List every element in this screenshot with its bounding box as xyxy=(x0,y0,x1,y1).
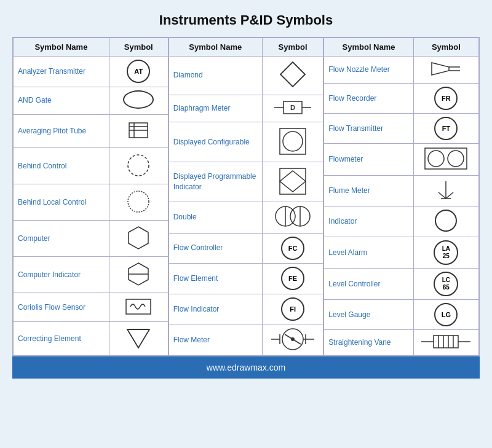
symbol-cell xyxy=(262,162,323,202)
table-row: Flow ControllerFC xyxy=(169,233,323,264)
table-row: Computer xyxy=(14,221,169,257)
table-3: Symbol Name Symbol Flow Nozzle MeterFlow… xyxy=(323,37,479,356)
symbol-cell xyxy=(262,202,323,233)
svg-marker-6 xyxy=(129,227,148,249)
symbol-name-cell: AND Gate xyxy=(14,87,109,114)
svg-rect-9 xyxy=(126,299,151,314)
table-row: Indicator xyxy=(324,206,479,237)
table-row: Flow RecorderFR xyxy=(324,84,479,114)
symbol-cell xyxy=(109,257,168,293)
table-row: Flow ElementFE xyxy=(169,264,323,294)
table-row: Coriolis Flow Sensor xyxy=(14,293,169,322)
symbol-name-cell: Behind Local Control xyxy=(14,184,109,221)
symbol-cell xyxy=(109,148,168,184)
table-row: Flow IndicatorFI xyxy=(169,294,323,324)
table-row: AND Gate xyxy=(14,87,169,114)
table-row: Level GaugeLG xyxy=(324,300,479,330)
symbol-name-cell: Averaging Pitot Tube xyxy=(14,114,109,148)
table-row: Level ControllerLC65 xyxy=(324,269,479,300)
symbol-name-cell: Flow Recorder xyxy=(324,84,413,114)
symbol-cell xyxy=(109,293,168,322)
table-row: Flume Meter xyxy=(324,176,479,206)
table-1: Symbol Name Symbol Analyzer TransmitterA… xyxy=(13,37,169,356)
page-title: Instruments P&ID Symbols xyxy=(159,12,333,28)
svg-point-27 xyxy=(291,337,295,341)
symbol-cell xyxy=(262,324,323,356)
svg-point-5 xyxy=(128,191,149,212)
svg-point-17 xyxy=(283,132,303,151)
symbol-cell xyxy=(109,221,168,257)
symbol-name-cell: Diaphragm Meter xyxy=(169,95,262,122)
svg-marker-19 xyxy=(280,171,306,192)
symbol-cell: D xyxy=(262,95,323,122)
table-row: Analyzer TransmitterAT xyxy=(14,57,169,87)
table-2: Symbol Name Symbol DiamondDiaphragm Mete… xyxy=(169,37,324,356)
table-row: Straightening Vane xyxy=(324,330,479,356)
table3-header-symbol: Symbol xyxy=(413,38,478,57)
symbol-cell: FT xyxy=(413,114,478,144)
symbol-name-cell: Coriolis Flow Sensor xyxy=(14,293,109,322)
svg-line-39 xyxy=(438,192,446,198)
svg-rect-34 xyxy=(425,148,467,169)
symbol-cell: FC xyxy=(262,233,323,264)
symbol-name-cell: Displayed Programmable Indicator xyxy=(169,162,262,202)
table-row: Displayed Programmable Indicator xyxy=(169,162,323,202)
symbol-name-cell: Indicator xyxy=(324,206,413,237)
table-row: Flow Meter xyxy=(169,324,323,356)
table1-header-name: Symbol Name xyxy=(14,38,109,57)
symbol-name-cell: Level Gauge xyxy=(324,300,413,330)
svg-point-35 xyxy=(428,151,444,167)
svg-point-4 xyxy=(128,155,149,176)
symbol-name-cell: Straightening Vane xyxy=(324,330,413,356)
symbol-name-cell: Level Alarm xyxy=(324,237,413,269)
symbol-cell xyxy=(413,206,478,237)
table-row: Diamond xyxy=(169,57,323,95)
symbol-name-cell: Displayed Configurable xyxy=(169,122,262,162)
symbol-cell xyxy=(109,322,168,356)
svg-rect-16 xyxy=(280,128,306,154)
symbol-cell xyxy=(109,184,168,221)
table-row: Flowmeter xyxy=(324,144,479,176)
symbol-cell: FI xyxy=(262,294,323,324)
symbol-name-cell: Flowmeter xyxy=(324,144,413,176)
table-row: Averaging Pitot Tube xyxy=(14,114,169,148)
symbol-cell xyxy=(262,57,323,95)
symbol-cell xyxy=(413,144,478,176)
symbol-cell xyxy=(109,114,168,148)
symbol-cell: LG xyxy=(413,300,478,330)
symbol-name-cell: Level Controller xyxy=(324,269,413,300)
svg-point-36 xyxy=(448,151,464,167)
table-row: Computer Indicator xyxy=(14,257,169,293)
svg-marker-10 xyxy=(127,329,149,348)
table-row: Correcting Element xyxy=(14,322,169,356)
symbol-cell xyxy=(413,330,478,356)
table-row: Double xyxy=(169,202,323,233)
table-row: Diaphragm MeterD xyxy=(169,95,323,122)
symbol-cell: FE xyxy=(262,264,323,294)
symbol-cell xyxy=(109,87,168,114)
symbol-name-cell: Flow Nozzle Meter xyxy=(324,57,413,84)
symbol-cell xyxy=(413,176,478,206)
footer: www.edrawmax.com xyxy=(12,356,480,379)
table-row: Flow Nozzle Meter xyxy=(324,57,479,84)
table-row: Flow TransmitterFT xyxy=(324,114,479,144)
symbol-name-cell: Flow Meter xyxy=(169,324,262,356)
tables-wrapper: Symbol Name Symbol Analyzer TransmitterA… xyxy=(12,37,480,356)
svg-rect-42 xyxy=(434,336,458,348)
symbol-name-cell: Double xyxy=(169,202,262,233)
table1-header-symbol: Symbol xyxy=(109,38,168,57)
symbol-name-cell: Computer xyxy=(14,221,109,257)
symbol-name-cell: Diamond xyxy=(169,57,262,95)
symbol-cell: AT xyxy=(109,57,168,87)
symbol-name-cell: Flume Meter xyxy=(324,176,413,206)
symbol-cell xyxy=(262,122,323,162)
table-row: Level AlarmLA25 xyxy=(324,237,479,269)
table2-header-name: Symbol Name xyxy=(169,38,262,57)
svg-text:D: D xyxy=(290,104,295,111)
symbol-name-cell: Flow Transmitter xyxy=(324,114,413,144)
table-row: Displayed Configurable xyxy=(169,122,323,162)
symbol-cell: LC65 xyxy=(413,269,478,300)
table-row: Behind Local Control xyxy=(14,184,169,221)
table3-header-name: Symbol Name xyxy=(324,38,413,57)
symbol-name-cell: Flow Indicator xyxy=(169,294,262,324)
